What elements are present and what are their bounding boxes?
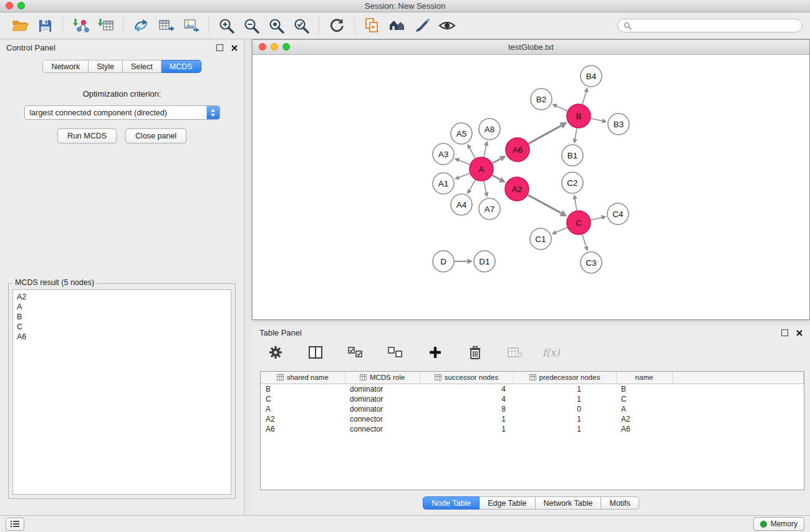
close-panel-icon[interactable] <box>231 45 238 51</box>
tab-mcds[interactable]: MCDS <box>162 60 201 73</box>
search-box[interactable] <box>617 19 803 32</box>
tab-style[interactable]: Style <box>89 60 123 73</box>
float-panel-icon[interactable] <box>216 44 223 51</box>
dropdown-stepper-icon[interactable] <box>206 106 219 119</box>
style-brush-button[interactable] <box>411 14 433 37</box>
table-settings-button[interactable] <box>264 341 287 364</box>
close-panel-icon[interactable] <box>796 330 803 336</box>
close-window-button[interactable] <box>6 2 13 9</box>
table-cell[interactable]: 1 <box>513 414 616 424</box>
graph-edge-A-A4[interactable] <box>470 180 475 190</box>
graph-edge-C-C2[interactable] <box>575 199 577 210</box>
function-builder-button[interactable]: f(x) <box>542 347 559 359</box>
float-panel-icon[interactable] <box>781 329 788 336</box>
open-session-button[interactable] <box>9 14 31 37</box>
mcds-result-item[interactable]: A2 <box>17 292 227 302</box>
graph-node-C3[interactable]: C3 <box>581 252 602 273</box>
graph-node-A7[interactable]: A7 <box>479 198 500 220</box>
save-session-button[interactable] <box>34 14 56 37</box>
tab-node-table[interactable]: Node Table <box>423 496 480 510</box>
graph-edge-B-B1[interactable] <box>575 128 577 139</box>
graph-edge-A-A5[interactable] <box>470 148 475 158</box>
column-header-name[interactable]: name <box>616 372 672 384</box>
table-cell[interactable]: connector <box>345 414 420 424</box>
network-canvas[interactable]: B4B2BB3A5A8A6B1A3AC2A1A2A4A7C4CC1C3DD1 <box>253 55 809 319</box>
show-columns-button[interactable] <box>304 341 327 364</box>
graph-node-B1[interactable]: B1 <box>562 145 583 166</box>
table-cell[interactable]: 8 <box>420 404 513 414</box>
import-table-button[interactable] <box>94 14 117 37</box>
graph-node-A[interactable]: A <box>470 157 493 181</box>
network-close-button[interactable] <box>259 43 266 51</box>
delete-column-button[interactable] <box>464 341 486 364</box>
table-cell[interactable]: C <box>616 394 672 404</box>
export-table-button[interactable] <box>155 14 177 37</box>
graph-node-A3[interactable]: A3 <box>433 143 454 165</box>
graph-edge-B-B4[interactable] <box>582 92 586 104</box>
table-cell[interactable]: 1 <box>513 384 616 394</box>
table-cell[interactable]: 4 <box>420 384 513 394</box>
table-cell[interactable]: 4 <box>420 394 513 404</box>
graph-edge-B-B2[interactable] <box>556 106 567 111</box>
table-cell[interactable]: A <box>616 404 672 414</box>
table-cell[interactable]: A2 <box>261 414 345 424</box>
graph-edge-A2-C[interactable] <box>528 195 561 213</box>
task-history-button[interactable] <box>6 518 24 531</box>
graph-node-C2[interactable]: C2 <box>562 172 583 193</box>
table-cell[interactable]: dominator <box>345 404 420 414</box>
graph-edge-A-A7[interactable] <box>484 181 486 193</box>
table-cell[interactable]: 1 <box>513 424 616 434</box>
graph-node-A1[interactable]: A1 <box>433 173 454 194</box>
tab-network-table[interactable]: Network Table <box>536 496 602 510</box>
graph-node-B3[interactable]: B3 <box>608 114 629 135</box>
tab-select[interactable]: Select <box>123 60 162 73</box>
tab-network[interactable]: Network <box>42 60 89 73</box>
table-cell[interactable]: 1 <box>513 394 616 404</box>
graph-edge-A-A8[interactable] <box>484 145 486 157</box>
zoom-window-button[interactable] <box>17 2 25 9</box>
zoom-in-button[interactable] <box>215 14 238 37</box>
table-row[interactable]: A6connector11A6 <box>261 424 804 434</box>
graph-edge-C-C4[interactable] <box>591 218 602 220</box>
delete-table-button[interactable] <box>504 341 526 364</box>
graph-node-D1[interactable]: D1 <box>474 251 495 272</box>
zoom-selected-button[interactable] <box>290 14 312 37</box>
search-input[interactable] <box>635 21 796 31</box>
column-header-predecessor-nodes[interactable]: predecessor nodes <box>513 372 616 384</box>
network-graph[interactable]: B4B2BB3A5A8A6B1A3AC2A1A2A4A7C4CC1C3DD1 <box>253 55 809 320</box>
graph-node-B[interactable]: B <box>567 104 591 128</box>
unselect-all-columns-button[interactable] <box>384 341 407 364</box>
table-cell[interactable]: dominator <box>345 394 420 404</box>
graph-node-B2[interactable]: B2 <box>531 89 552 110</box>
table-row[interactable]: Bdominator41B <box>261 384 804 394</box>
graph-edge-A-A1[interactable] <box>459 173 470 178</box>
mcds-result-item[interactable]: A <box>17 302 227 312</box>
table-row[interactable]: A2connector11A2 <box>261 414 804 424</box>
graph-node-A2[interactable]: A2 <box>505 177 529 201</box>
network-minimize-button[interactable] <box>271 43 278 51</box>
graph-edge-C-C1[interactable] <box>556 228 567 233</box>
column-header-shared-name[interactable]: shared name <box>261 372 345 384</box>
graph-node-C4[interactable]: C4 <box>607 203 629 225</box>
graph-edge-A-A6[interactable] <box>493 159 501 163</box>
show-hide-graphics-button[interactable] <box>436 14 458 37</box>
export-network-button[interactable] <box>130 14 152 37</box>
graph-edge-B-B3[interactable] <box>591 118 602 121</box>
import-network-button[interactable] <box>69 14 92 37</box>
select-all-columns-button[interactable] <box>344 341 367 364</box>
graph-node-D[interactable]: D <box>433 251 454 272</box>
graph-edge-A-A2[interactable] <box>492 175 500 180</box>
graph-node-A6[interactable]: A6 <box>506 138 529 162</box>
graph-node-A4[interactable]: A4 <box>451 194 472 215</box>
table-cell[interactable]: A2 <box>616 414 672 424</box>
graph-edge-C-C3[interactable] <box>582 235 586 246</box>
memory-button[interactable]: Memory <box>753 517 804 531</box>
table-cell[interactable]: 0 <box>513 404 616 414</box>
mcds-result-list[interactable]: A2ABCA6 <box>12 289 231 495</box>
criterion-dropdown[interactable]: largest connected component (directed) <box>24 105 220 120</box>
graph-node-B4[interactable]: B4 <box>581 65 602 87</box>
export-image-button[interactable] <box>180 14 202 37</box>
zoom-out-button[interactable] <box>240 14 263 37</box>
graph-node-C[interactable]: C <box>567 211 591 235</box>
column-header-mcds-role[interactable]: MCDS role <box>345 372 420 384</box>
